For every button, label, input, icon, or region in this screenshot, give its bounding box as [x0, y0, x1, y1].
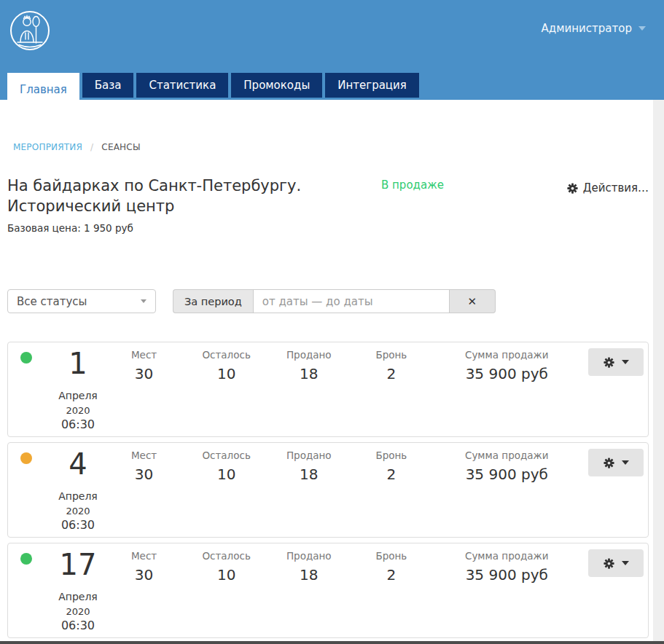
gear-icon — [604, 357, 614, 368]
user-menu-label: Администратор — [542, 22, 632, 35]
period-label: За период — [173, 289, 253, 313]
stat-sum: Сумма продажи35 900 руб — [432, 550, 581, 584]
stat-reserved: Бронь2 — [350, 550, 432, 584]
admin-page: Администратор Главная База Статистика Пр… — [0, 0, 664, 644]
event-status-badge: В продаже — [381, 178, 444, 192]
status-filter-select[interactable]: Все статусы — [7, 289, 156, 313]
tab-baza[interactable]: База — [82, 73, 134, 98]
chevron-down-icon — [622, 360, 629, 364]
session-stats: Мест30 Осталось10 Продано18 Бронь2 Сумма… — [103, 550, 581, 584]
session-card[interactable]: 1 Апреля 2020 06:30 Мест30 Осталось10 Пр… — [7, 342, 649, 437]
session-year: 2020 — [37, 405, 119, 416]
stat-reserved: Бронь2 — [350, 349, 432, 382]
stat-left: Осталось10 — [185, 349, 267, 382]
session-card[interactable]: 17 Апреля 2020 06:30 Мест30 Осталось10 П… — [7, 543, 649, 638]
breadcrumb-link-events[interactable]: МЕРОПРИЯТИЯ — [13, 142, 82, 152]
status-dot-icon — [20, 452, 32, 464]
session-actions-dropdown[interactable] — [588, 348, 644, 376]
session-month: Апреля — [37, 390, 119, 401]
stat-sold: Продано18 — [267, 550, 350, 584]
user-menu-dropdown[interactable]: Администратор — [542, 22, 646, 35]
status-dot-icon — [20, 352, 32, 364]
session-time: 06:30 — [37, 619, 119, 632]
period-filter-group: За период ✕ — [173, 289, 496, 313]
gear-icon — [567, 183, 578, 194]
main-content: МЕРОПРИЯТИЯ / СЕАНСЫ На байдарках по Сан… — [0, 100, 653, 644]
tab-integratsiya[interactable]: Интеграция — [325, 73, 419, 98]
select-caret-icon — [141, 299, 147, 303]
stat-seats: Мест30 — [103, 550, 185, 584]
session-year: 2020 — [37, 606, 119, 617]
session-time: 06:30 — [37, 518, 119, 532]
stat-sold: Продано18 — [267, 349, 350, 382]
session-actions-dropdown[interactable] — [588, 449, 644, 476]
session-time: 06:30 — [37, 417, 119, 431]
close-icon: ✕ — [467, 295, 477, 308]
kayaker-logo-icon[interactable] — [9, 10, 50, 51]
stat-left: Осталось10 — [185, 550, 267, 584]
app-header: Администратор Главная База Статистика Пр… — [0, 0, 664, 100]
filters-bar: Все статусы За период ✕ — [7, 289, 649, 313]
session-month: Апреля — [37, 591, 119, 602]
stat-reserved: Бронь2 — [350, 449, 432, 483]
chevron-down-icon — [622, 561, 629, 565]
status-dot-icon — [20, 553, 32, 565]
chevron-down-icon — [622, 460, 629, 465]
event-title: На байдарках по Санкт-Петербургу. Истори… — [7, 176, 375, 216]
clear-filter-button[interactable]: ✕ — [450, 289, 496, 313]
window-bottom-edge — [0, 641, 664, 644]
chevron-down-icon — [638, 26, 646, 31]
breadcrumb: МЕРОПРИЯТИЯ / СЕАНСЫ — [7, 142, 649, 152]
sessions-list: 1 Апреля 2020 06:30 Мест30 Осталось10 Пр… — [7, 342, 649, 644]
actions-label: Действия… — [583, 181, 649, 195]
status-filter-value: Все статусы — [17, 295, 87, 308]
stat-sold: Продано18 — [267, 449, 350, 483]
stat-seats: Мест30 — [103, 349, 185, 382]
base-price: Базовая цена: 1 950 руб — [7, 222, 649, 234]
tab-promokody[interactable]: Промокоды — [231, 73, 322, 98]
gear-icon — [604, 458, 614, 468]
breadcrumb-current: СЕАНСЫ — [101, 142, 140, 152]
event-header: На байдарках по Санкт-Петербургу. Истори… — [7, 176, 649, 216]
session-card[interactable]: 4 Апреля 2020 06:30 Мест30 Осталось10 Пр… — [7, 442, 649, 538]
stat-sum: Сумма продажи35 900 руб — [432, 349, 581, 382]
period-date-input[interactable] — [253, 289, 450, 313]
session-month: Апреля — [37, 490, 119, 502]
stat-seats: Мест30 — [103, 449, 185, 483]
stat-left: Осталось10 — [185, 449, 267, 483]
scrollbar[interactable] — [653, 100, 664, 644]
gear-icon — [604, 558, 614, 569]
breadcrumb-separator: / — [90, 142, 93, 152]
session-year: 2020 — [37, 506, 119, 517]
tab-statistika[interactable]: Статистика — [136, 73, 228, 98]
actions-button[interactable]: Действия… — [567, 181, 649, 195]
session-actions-dropdown[interactable] — [588, 549, 644, 577]
session-stats: Мест30 Осталось10 Продано18 Бронь2 Сумма… — [103, 449, 581, 483]
stat-sum: Сумма продажи35 900 руб — [432, 449, 581, 483]
session-stats: Мест30 Осталось10 Продано18 Бронь2 Сумма… — [103, 349, 581, 382]
